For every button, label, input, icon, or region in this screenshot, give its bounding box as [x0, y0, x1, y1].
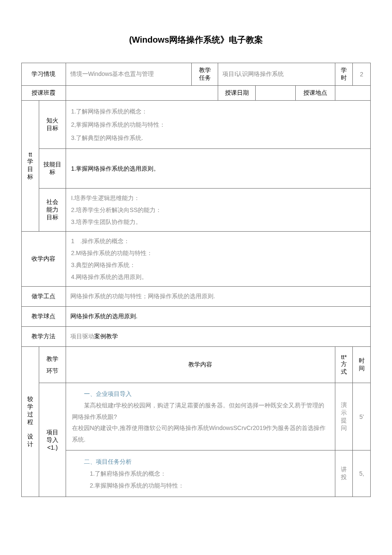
- table-row: 技能目标 1.掌握网络操作系统的选用原则。: [22, 149, 371, 189]
- context-label: 学习情境: [22, 63, 66, 86]
- table-row: 做学工点 网络操作系统的功能与特性；网络操作系统的选用原则.: [22, 287, 371, 307]
- date-value: [256, 86, 295, 101]
- place-label: 授课地点: [295, 86, 335, 101]
- intro-label: 项目导入 <1.): [39, 383, 66, 497]
- time-label: 时间: [353, 347, 371, 383]
- class-label: 授课班霞: [22, 86, 66, 101]
- table-row: 收学内容 1 .操作系统的概念： 2.M络操作系统的功能与特性： 3.典型的网络…: [22, 232, 371, 287]
- intro2-content: 二、项目任务分析 1.了解府络操作系统的概念： 2.掌握脚络操作系统的功能与特性…: [66, 450, 335, 497]
- table-row: 学习情境 情境一Windows基本也置与管理 教学任务 项目I认识网络操作系统 …: [22, 63, 371, 86]
- table-row: tt学目标 知火 目标 1.了解网络操作系统的概念： 2,掌握网络操作系统的功能…: [22, 101, 371, 149]
- table-row: 教学方法 项目驱动案例教学: [22, 327, 371, 347]
- intro1-mode: 演示提问: [335, 383, 353, 450]
- context-value: 情境一Windows基本也置与管理: [66, 63, 191, 86]
- difficulty-text: 网络操作系统的选用原则.: [66, 307, 370, 327]
- keypoint-label: 做学工点: [22, 287, 66, 307]
- knowledge-text: 1.了解网络操作系统的概念： 2,掌握网络操作系统的功能与特性： 3.了解典型的…: [66, 101, 370, 149]
- method-text: 项目驱动案例教学: [66, 327, 370, 347]
- class-value: [66, 86, 218, 101]
- page-title: (Windows网络操作系统》电子教案: [21, 34, 371, 46]
- social-text: I.培养学生逻辑思维能力： 2.培养学生分析解决向SS的能力： 3.培养学生团队…: [66, 189, 370, 232]
- knowledge-label: 知火 目标: [39, 101, 66, 149]
- objectives-main-label: tt学目标: [22, 101, 39, 232]
- process-content-label: 教学内容: [66, 347, 335, 383]
- table-row: 社会能力目标 I.培养学生逻辑思维能力： 2.培养学生分析解决向SS的能力： 3…: [22, 189, 371, 232]
- task-label: 教学任务: [192, 63, 218, 86]
- difficulty-label: 教学球点: [22, 307, 66, 327]
- intro2-mode: 讲投: [335, 450, 353, 497]
- table-row: 较学过程 设计 教学 环节 教学内容 tt*方式 时间: [22, 347, 371, 383]
- hours-value: 2: [353, 63, 371, 86]
- lesson-plan-table: 学习情境 情境一Windows基本也置与管理 教学任务 项目I认识网络操作系统 …: [21, 63, 371, 497]
- method-label: 教学方法: [22, 327, 66, 347]
- process-main-label: 较学过程 设计: [22, 347, 39, 497]
- table-row: 教学球点 网络操作系统的选用原则.: [22, 307, 371, 327]
- place-value: [335, 86, 371, 101]
- intro2-time: 5,: [353, 450, 371, 497]
- table-row: 二、项目任务分析 1.了解府络操作系统的概念： 2.掌握脚络操作系统的功能与特性…: [22, 450, 371, 497]
- hours-label: 学时: [335, 63, 353, 86]
- task-value: 项目I认识网络操作系统: [218, 63, 335, 86]
- skill-text: 1.掌握网络操作系统的选用原则。: [66, 149, 370, 189]
- table-row: 授课班霞 授课日期 授课地点: [22, 86, 371, 101]
- social-label: 社会能力目标: [39, 189, 66, 232]
- skill-label: 技能目标: [39, 149, 66, 189]
- mode-label: tt*方式: [335, 347, 353, 383]
- intro1-time: 5': [353, 383, 371, 450]
- segment-label: 教学 环节: [39, 347, 66, 383]
- table-row: 项目导入 <1.) 一、企业项目导入 某高校组建r学校的校园网，购进了满足霜要的…: [22, 383, 371, 450]
- keypoint-text: 网络操作系统的功能与特性；网络操作系统的选用原则.: [66, 287, 370, 307]
- content-text: 1 .操作系统的概念： 2.M络操作系统的功能与特性： 3.典型的网络操作系统：…: [66, 232, 370, 287]
- content-label: 收学内容: [22, 232, 66, 287]
- intro1-content: 一、企业项目导入 某高校组建r学校的校园网，购进了满足霜要的服务器。但如何选择一…: [66, 383, 335, 450]
- date-label: 授课日期: [218, 86, 256, 101]
